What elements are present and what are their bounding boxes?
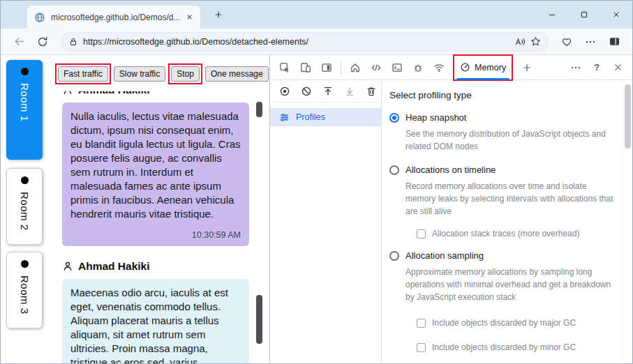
lock-icon[interactable] [68,37,78,47]
plus-icon [214,10,223,20]
tab-strip: microsoftedge.github.io/Demos/d... [1,1,632,29]
tab-close-icon[interactable] [186,13,193,21]
memory-tab[interactable]: Memory [454,55,512,80]
profiling-option-heap-snapshot: Heap snapshot See the memory distributio… [389,112,623,153]
close-icon [612,10,620,19]
room-label: Room 3 [19,275,31,314]
radio-allocation-sampling[interactable] [389,251,399,261]
save-profile-icon[interactable] [344,86,355,97]
one-message-button[interactable]: One message [205,66,269,82]
issues-tab-button[interactable] [408,57,429,78]
sliders-icon [279,112,290,123]
gauge-icon [460,62,470,73]
address-toolbar: https://microsoftedge.github.io/Demos/de… [1,29,632,55]
back-arrow-icon [13,36,25,47]
chat-scrollbar-thumb[interactable] [256,102,262,117]
message-list: Ahmad Hakiki Nulla iaculis, lectus vitae… [62,91,249,363]
devtools-close-button[interactable] [607,57,628,78]
slow-traffic-button[interactable]: Slow traffic [114,66,165,82]
wifi-icon [433,62,445,73]
address-bar[interactable]: https://microsoftedge.github.io/Demos/de… [61,32,549,52]
favorites-star-icon[interactable] [530,36,541,47]
room-label: Room 2 [19,192,31,231]
close-window-button[interactable] [600,1,632,29]
toolbar-divider [341,61,341,74]
devtools-more-button[interactable] [565,57,586,78]
option-description: Approximate memory allocations by sampli… [405,266,618,303]
delete-icon[interactable] [366,86,377,97]
ellipsis-icon [570,62,581,73]
maximize-button[interactable] [568,1,600,29]
checkbox-minor-gc[interactable] [417,343,426,352]
room-tab-1[interactable]: Room 1 [6,60,43,160]
record-icon[interactable] [279,86,290,97]
welcome-tab-button[interactable] [345,57,366,78]
profiles-list-item[interactable]: Profiles [270,108,381,126]
profiles-label: Profiles [296,112,325,122]
fast-traffic-button[interactable]: Fast traffic [58,66,108,82]
checkbox-label: Include objects discarded by major GC [432,318,576,328]
checkbox-label: Include objects discarded by minor GC [432,342,576,352]
split-screen-button[interactable] [604,32,624,52]
browser-essentials-button[interactable] [557,32,576,52]
chat-message: Maecenas odio arcu, iaculis at est eget,… [62,279,249,363]
back-button[interactable] [9,32,29,52]
message-text: Nulla iaculis, lectus vitae malesuada di… [70,110,240,220]
chat-scrollbar-thumb[interactable] [256,295,262,344]
browser-window: microsoftedge.github.io/Demos/d... [0,0,633,364]
new-tab-button[interactable] [210,6,227,23]
read-aloud-icon[interactable] [514,36,526,47]
memory-tab-label: Memory [475,63,506,73]
device-emulation-button[interactable] [295,57,316,78]
room-label: Room 1 [19,83,31,122]
inspect-element-button[interactable] [274,57,295,78]
minimize-icon [548,10,556,19]
maximize-icon [580,10,588,19]
settings-more-button[interactable] [581,32,600,52]
option-label: Heap snapshot [405,112,466,123]
devtools-scrollbar[interactable] [623,80,632,363]
option-label: Allocation sampling [405,250,484,261]
annotation-box-fast-traffic: Fast traffic [55,63,111,84]
url-text[interactable]: https://microsoftedge.github.io/Demos/de… [83,37,509,47]
devtools-help-button[interactable]: ? [586,57,607,78]
radio-allocations-timeline[interactable] [389,165,399,175]
person-icon [62,261,73,272]
message-text: Maecenas odio arcu, iaculis at est eget,… [70,287,228,363]
checkbox-major-gc[interactable] [417,319,426,328]
help-icon: ? [594,62,600,73]
browser-essentials-icon [561,36,572,47]
more-tabs-button[interactable] [516,57,537,78]
device-emulation-icon [300,62,311,73]
person-icon [62,91,73,96]
dock-side-icon [321,62,332,73]
minimize-button[interactable] [536,1,568,29]
chat-app: Room 1 Room 2 Room 3 Fast traffic Slow t… [1,55,269,363]
browser-tab[interactable]: microsoftedge.github.io/Demos/d... [27,6,200,29]
option-description: See the memory distribution of JavaScrip… [405,128,618,153]
room-tab-2[interactable]: Room 2 [6,168,43,245]
ellipsis-icon [585,36,596,47]
console-icon [392,62,403,73]
devtools-scrollbar-thumb[interactable] [625,84,631,149]
checkbox-allocation-stack-traces[interactable] [417,229,426,238]
clear-icon[interactable] [301,86,312,97]
load-profile-icon[interactable] [322,86,334,97]
bug-icon [412,62,424,73]
code-brackets-icon [371,62,382,73]
stop-button[interactable]: Stop [171,66,200,82]
home-icon [350,62,361,73]
network-tab-button[interactable] [429,57,449,78]
console-tab-button[interactable] [387,57,408,78]
radio-heap-snapshot[interactable] [389,113,399,123]
refresh-button[interactable] [33,32,52,52]
profiling-option-allocation-sampling: Allocation sampling Approximate memory a… [389,250,623,352]
chat-scrollbar[interactable] [256,96,262,358]
option-description: Record memory allocations over time and … [405,180,618,218]
dock-side-button[interactable] [316,57,337,78]
room-tab-3[interactable]: Room 3 [6,252,43,328]
profiling-option-allocations-timeline: Allocations on timeline Record memory al… [389,165,623,238]
room-status-dot [21,176,29,184]
devtools-tab-bar: Memory ? [270,55,632,80]
elements-tab-button[interactable] [366,57,387,78]
